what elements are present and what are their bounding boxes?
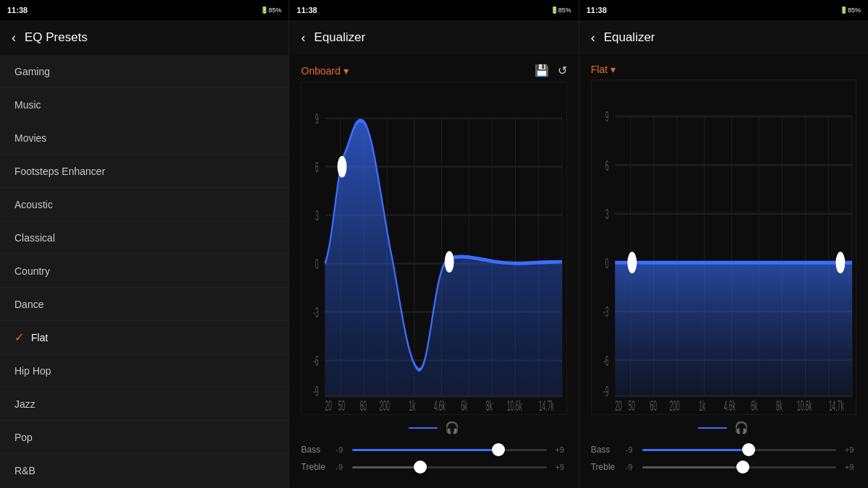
svg-text:6k: 6k xyxy=(461,398,468,414)
back-button-3[interactable]: ‹ xyxy=(591,30,595,46)
svg-text:8k: 8k xyxy=(775,398,782,414)
onboard-label: Onboard xyxy=(301,65,340,77)
preset-selector-2: Onboard ▾ 💾 ↺ xyxy=(301,64,566,77)
status-time-3: 11:38 xyxy=(587,6,607,14)
preset-item[interactable]: Footsteps Enhancer xyxy=(0,155,289,188)
treble-label-2: Treble xyxy=(301,462,326,472)
svg-text:200: 200 xyxy=(669,398,679,414)
svg-text:14.7k: 14.7k xyxy=(539,398,554,414)
svg-text:-3: -3 xyxy=(313,304,319,320)
preset-item-label: Pop xyxy=(14,432,33,443)
eq-chart-2: 9 6 3 0 -3 -6 -9 xyxy=(301,82,566,415)
check-mark-icon: ✓ xyxy=(14,330,24,344)
bass-track-3[interactable] xyxy=(642,449,836,451)
svg-text:10.6k: 10.6k xyxy=(796,398,812,414)
treble-fill-3 xyxy=(642,466,744,468)
svg-text:10.6k: 10.6k xyxy=(507,398,522,414)
svg-text:60: 60 xyxy=(650,398,657,414)
eq-content-3: Flat ▾ 9 6 3 0 -3 -6 xyxy=(579,55,868,488)
preset-item[interactable]: Music xyxy=(0,88,289,121)
svg-text:8k: 8k xyxy=(486,398,493,414)
preset-item-label: Country xyxy=(14,265,50,277)
preset-selector-3: Flat ▾ xyxy=(591,64,856,75)
reset-button-2[interactable]: ↺ xyxy=(558,64,567,77)
flat-label: Flat xyxy=(591,64,608,75)
bass-label-2: Bass xyxy=(301,445,326,455)
signal-icon-3: 🔋85% xyxy=(840,7,861,14)
preset-item-label: Gaming xyxy=(14,66,50,77)
svg-text:1k: 1k xyxy=(409,398,416,414)
preset-actions-2: 💾 ↺ xyxy=(535,64,567,77)
flat-preset-selector[interactable]: Flat ▾ xyxy=(591,64,616,75)
svg-text:3: 3 xyxy=(315,207,319,223)
svg-point-60 xyxy=(627,252,637,273)
svg-text:-6: -6 xyxy=(313,353,319,369)
preset-item-label: Movies xyxy=(14,132,46,144)
svg-text:6: 6 xyxy=(605,158,609,174)
bass-thumb-3[interactable] xyxy=(742,443,755,456)
treble-fill-2 xyxy=(352,466,420,468)
headphone-icon-3: 🎧 xyxy=(734,421,749,435)
back-button-1[interactable]: ‹ xyxy=(12,30,16,46)
preset-item-label: R&B xyxy=(14,465,35,476)
bass-label-3: Bass xyxy=(591,445,616,455)
headphone-line-2 xyxy=(409,427,438,429)
onboard-preset-selector[interactable]: Onboard ▾ xyxy=(301,65,348,77)
signal-icon: 🔋85% xyxy=(260,7,281,14)
bass-min-3: -9 xyxy=(622,445,637,454)
svg-text:4.6k: 4.6k xyxy=(434,398,446,414)
status-time-1: 11:38 xyxy=(7,6,27,14)
preset-item[interactable]: R&B xyxy=(0,454,289,487)
preset-item[interactable]: Jazz xyxy=(0,388,289,421)
preset-item-label: Music xyxy=(14,99,41,111)
status-bar-1: 11:38 🔋85% xyxy=(0,0,289,20)
preset-item[interactable]: Movies xyxy=(0,121,289,155)
headphone-row-3: 🎧 xyxy=(591,418,856,437)
svg-text:-3: -3 xyxy=(603,304,609,320)
preset-item-label: Dance xyxy=(14,299,43,310)
eq-title-3: Equalizer xyxy=(604,30,655,45)
treble-thumb-2[interactable] xyxy=(414,461,427,474)
preset-item[interactable]: Classical xyxy=(0,221,289,254)
headphone-line-3 xyxy=(698,427,727,429)
svg-text:0: 0 xyxy=(605,255,609,271)
treble-slider-row-2: Treble -9 +9 xyxy=(301,462,566,472)
treble-slider-row-3: Treble -9 +9 xyxy=(591,462,856,472)
status-bar-3: 11:38 🔋85% xyxy=(579,0,868,20)
headphone-row-2: 🎧 xyxy=(301,418,566,437)
svg-text:20: 20 xyxy=(615,398,622,414)
preset-item[interactable]: Country xyxy=(0,254,289,288)
preset-item[interactable]: Dance xyxy=(0,288,289,321)
save-button-2[interactable]: 💾 xyxy=(535,64,549,77)
bass-track-2[interactable] xyxy=(352,449,546,451)
preset-item[interactable]: Acoustic xyxy=(0,188,289,221)
eq-chart-3: 9 6 3 0 -3 -6 -9 xyxy=(591,80,856,415)
treble-thumb-3[interactable] xyxy=(736,461,749,474)
bass-slider-row-2: Bass -9 +9 xyxy=(301,445,566,455)
svg-text:200: 200 xyxy=(380,398,390,414)
preset-item[interactable]: Gaming xyxy=(0,55,289,88)
bass-min-2: -9 xyxy=(332,445,346,454)
equalizer-panel-onboard: 11:38 🔋85% ‹ Equalizer Onboard ▾ 💾 ↺ xyxy=(289,0,578,488)
treble-track-3[interactable] xyxy=(642,466,836,468)
svg-text:60: 60 xyxy=(360,398,367,414)
svg-point-24 xyxy=(338,156,347,178)
bass-max-2: +9 xyxy=(553,445,567,454)
svg-text:14.7k: 14.7k xyxy=(828,398,843,414)
treble-max-3: +9 xyxy=(842,463,856,471)
back-button-2[interactable]: ‹ xyxy=(301,30,305,46)
bass-max-3: +9 xyxy=(842,445,856,454)
status-icons-3: 🔋85% xyxy=(840,7,861,14)
preset-item-label: Flat xyxy=(31,332,48,343)
preset-item[interactable]: ✓Flat xyxy=(0,321,289,354)
status-time-2: 11:38 xyxy=(297,6,317,14)
preset-list: GamingMusicMoviesFootsteps EnhancerAcous… xyxy=(0,55,289,488)
bass-fill-2 xyxy=(352,449,498,451)
treble-min-2: -9 xyxy=(332,463,346,471)
bass-thumb-2[interactable] xyxy=(492,443,505,456)
svg-text:50: 50 xyxy=(628,398,635,414)
preset-item[interactable]: Pop xyxy=(0,421,289,454)
preset-item[interactable]: Hip Hop xyxy=(0,354,289,388)
treble-track-2[interactable] xyxy=(352,466,546,468)
headphone-icon-2: 🎧 xyxy=(445,421,459,435)
